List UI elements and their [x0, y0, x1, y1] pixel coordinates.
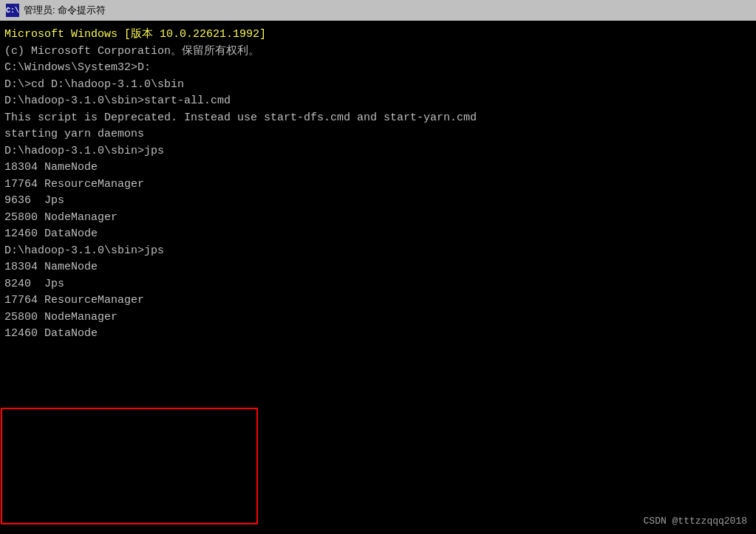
- terminal-line: starting yarn daemons: [4, 126, 752, 143]
- terminal-line: D:\hadoop-3.1.0\sbin>start-all.cmd: [4, 93, 752, 110]
- window-title: 管理员: 命令提示符: [24, 4, 750, 17]
- terminal-line: 12460 DataNode: [4, 226, 752, 243]
- terminal-line: 25800 NodeManager: [4, 210, 752, 227]
- terminal-line: This script is Deprecated. Instead use s…: [4, 110, 752, 127]
- terminal-line: D:\hadoop-3.1.0\sbin>jps: [4, 143, 752, 160]
- terminal-line: 12460 DataNode: [4, 326, 752, 343]
- cmd-icon: C:\: [6, 4, 19, 17]
- terminal-line: 18304 NameNode: [4, 160, 752, 177]
- terminal-line: 9636 Jps: [4, 193, 752, 210]
- terminal-window[interactable]: Microsoft Windows [版本 10.0.22621.1992](c…: [0, 21, 756, 534]
- terminal-line: C:\Windows\System32>D:: [4, 60, 752, 77]
- terminal-output: Microsoft Windows [版本 10.0.22621.1992](c…: [4, 27, 752, 343]
- terminal-line: 17764 ResourceManager: [4, 177, 752, 194]
- terminal-line: D:\>cd D:\hadoop-3.1.0\sbin: [4, 77, 752, 94]
- watermark: CSDN @tttzzqqq2018: [644, 514, 747, 529]
- terminal-line: D:\hadoop-3.1.0\sbin>jps: [4, 243, 752, 260]
- terminal-line: 17764 ResourceManager: [4, 292, 752, 309]
- terminal-line: 8240 Jps: [4, 276, 752, 293]
- highlight-box-jps: [1, 408, 258, 524]
- terminal-line: (c) Microsoft Corporation。保留所有权利。: [4, 44, 752, 61]
- terminal-line: 25800 NodeManager: [4, 309, 752, 326]
- terminal-line: 18304 NameNode: [4, 259, 752, 276]
- terminal-line: Microsoft Windows [版本 10.0.22621.1992]: [4, 27, 752, 44]
- title-bar: C:\ 管理员: 命令提示符: [0, 0, 756, 21]
